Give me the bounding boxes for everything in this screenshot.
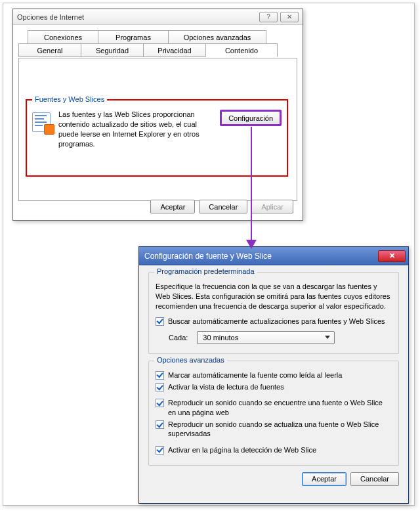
checkbox-sound-found-label: Reproducir un sonido cuando se encuentre…	[168, 398, 392, 417]
dialog2-button-row: Aceptar Cancelar	[148, 472, 399, 486]
feed-settings-dialog: Configuración de fuente y Web Slice ✕ Pr…	[138, 246, 409, 504]
dialog2-titlebar: Configuración de fuente y Web Slice ✕	[139, 247, 408, 265]
help-button[interactable]: ?	[259, 12, 278, 22]
checkbox-mark-read[interactable]	[156, 371, 164, 380]
dialog2-close-button[interactable]: ✕	[378, 250, 406, 262]
checkbox-reading-view-label: Activar la vista de lectura de fuentes	[168, 382, 284, 391]
checkbox-auto-update[interactable]	[156, 317, 164, 326]
dialog2-aceptar-button[interactable]: Aceptar	[302, 472, 346, 486]
close-icon: ✕	[389, 252, 395, 260]
cancelar-button[interactable]: Cancelar	[199, 200, 247, 213]
checkbox-reading-view[interactable]	[156, 383, 164, 391]
tab-pane-contenido: Fuentes y Web Slices Las fuentes y las W…	[18, 58, 297, 201]
checkbox-mark-read-label: Marcar automáticamente la fuente como le…	[168, 370, 342, 380]
close-icon: ✕	[287, 13, 292, 20]
tab-privacidad[interactable]: Privacidad	[143, 43, 206, 57]
aplicar-button: Aplicar	[251, 200, 293, 213]
checkbox-sound-found[interactable]	[156, 399, 164, 407]
tab-general[interactable]: General	[18, 43, 81, 57]
checkbox-auto-update-label: Buscar automáticamente actualizaciones p…	[168, 317, 385, 326]
tab-seguridad[interactable]: Seguridad	[81, 43, 144, 57]
tab-strip: Conexiones Programas Opciones avanzadas …	[18, 30, 297, 59]
tab-conexiones[interactable]: Conexiones	[28, 30, 98, 44]
group-schedule-legend: Programación predeterminada	[154, 267, 257, 275]
checkbox-webslice-detect-label: Activar en la página la detección de Web…	[168, 445, 316, 455]
dialog1-button-row: Aceptar Cancelar Aplicar	[150, 200, 293, 213]
feeds-fieldset: Fuentes y Web Slices Las fuentes y las W…	[26, 99, 288, 177]
close-button[interactable]: ✕	[280, 12, 299, 22]
interval-value: 30 minutos	[203, 334, 238, 342]
group-schedule: Programación predeterminada Especifique …	[148, 272, 399, 354]
internet-options-dialog: Opciones de Internet ? ✕ Conexiones Prog…	[12, 9, 303, 221]
group-advanced: Opciones avanzadas Marcar automáticament…	[148, 361, 399, 466]
rss-feed-icon	[32, 112, 53, 133]
annotation-arrow-head	[246, 240, 257, 249]
tab-opciones-avanzadas[interactable]: Opciones avanzadas	[168, 30, 266, 44]
checkbox-sound-update-label: Reproducir un sonido cuando se actualiza…	[168, 420, 392, 439]
configuracion-button[interactable]: Configuración	[220, 110, 282, 126]
checkbox-webslice-detect[interactable]	[156, 446, 164, 455]
aceptar-button[interactable]: Aceptar	[150, 200, 195, 213]
dialog2-body: Programación predeterminada Especifique …	[139, 265, 408, 493]
annotation-arrow	[251, 127, 252, 242]
dialog1-title: Opciones de Internet	[17, 13, 257, 21]
dialog1-titlebar: Opciones de Internet ? ✕	[13, 9, 303, 25]
diagram-container: Opciones de Internet ? ✕ Conexiones Prog…	[3, 3, 415, 506]
dialog2-title: Configuración de fuente y Web Slice	[144, 252, 378, 261]
dialog2-cancelar-button[interactable]: Cancelar	[350, 472, 399, 486]
cada-label: Cada:	[169, 334, 188, 342]
group-advanced-legend: Opciones avanzadas	[154, 356, 227, 364]
interval-dropdown[interactable]: 30 minutos	[197, 331, 335, 344]
help-icon: ?	[266, 13, 270, 20]
schedule-description: Especifique la frecuencia con la que se …	[156, 282, 392, 311]
chevron-down-icon	[325, 336, 330, 339]
tab-programas[interactable]: Programas	[98, 30, 169, 44]
feeds-legend: Fuentes y Web Slices	[32, 95, 107, 103]
tab-contenido[interactable]: Contenido	[205, 43, 278, 57]
checkbox-sound-update[interactable]	[156, 420, 164, 429]
feeds-description: Las fuentes y las Web Slices proporciona…	[58, 110, 215, 148]
